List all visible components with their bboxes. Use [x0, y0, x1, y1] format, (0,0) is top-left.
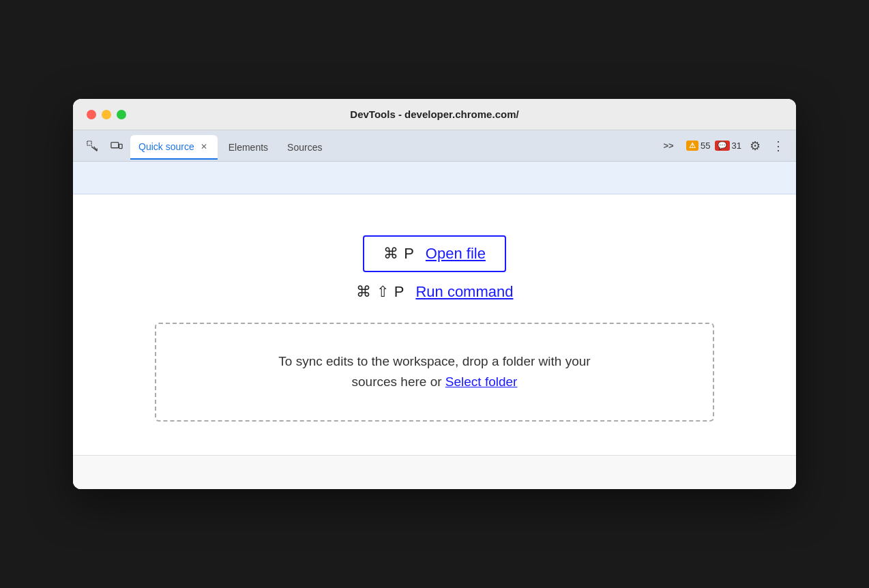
main-content: ⌘ P Open file ⌘ ⇧ P Run command To sync …: [73, 162, 796, 489]
tab-sources[interactable]: Sources: [279, 135, 330, 160]
device-toolbar-icon[interactable]: [106, 135, 128, 157]
more-options-button[interactable]: ⋮: [769, 136, 788, 156]
maximize-button[interactable]: [117, 110, 126, 119]
open-file-box[interactable]: ⌘ P Open file: [363, 235, 506, 272]
tab-bar: Quick source ✕ Elements Sources >> ⚠ 55 …: [73, 130, 796, 162]
toolbar-right: ⚠ 55 💬 31 ⚙ ⋮: [686, 136, 788, 156]
error-count: 31: [732, 141, 741, 151]
error-icon: 💬: [715, 141, 730, 151]
run-command-shortcut: ⌘ ⇧ P: [356, 283, 405, 301]
warning-icon: ⚠: [686, 141, 698, 151]
drop-zone[interactable]: To sync edits to the workspace, drop a f…: [155, 323, 714, 422]
svg-rect-0: [87, 141, 91, 145]
content-area: ⌘ P Open file ⌘ ⇧ P Run command To sync …: [73, 194, 796, 455]
tab-elements-label: Elements: [229, 142, 268, 153]
run-command-row: ⌘ ⇧ P Run command: [356, 283, 514, 301]
warning-badge[interactable]: ⚠ 55: [686, 141, 710, 151]
tab-quick-source-close[interactable]: ✕: [198, 141, 209, 152]
tab-sources-label: Sources: [287, 142, 322, 153]
tab-elements[interactable]: Elements: [220, 135, 276, 160]
window-title: DevTools - developer.chrome.com/: [350, 108, 518, 120]
devtools-window: DevTools - developer.chrome.com/ Quick s…: [73, 99, 796, 489]
close-button[interactable]: [87, 110, 96, 119]
drop-zone-text-2: sources here or: [352, 374, 442, 389]
bottom-bar: [73, 455, 796, 489]
error-badge[interactable]: 💬 31: [715, 141, 741, 151]
svg-rect-4: [111, 142, 119, 147]
more-tabs-button[interactable]: >>: [659, 136, 678, 156]
tab-quick-source-label: Quick source: [138, 141, 194, 152]
settings-button[interactable]: ⚙: [746, 136, 765, 156]
drop-zone-text-1: To sync edits to the workspace, drop a f…: [278, 354, 590, 368]
accent-bar: [73, 162, 796, 194]
open-file-link[interactable]: Open file: [426, 245, 486, 263]
tab-quick-source[interactable]: Quick source ✕: [130, 135, 218, 160]
window-controls: [87, 110, 126, 119]
svg-rect-5: [119, 144, 123, 148]
open-file-shortcut: ⌘ P: [383, 245, 415, 263]
inspect-element-icon[interactable]: [81, 135, 103, 157]
title-bar: DevTools - developer.chrome.com/: [73, 99, 796, 130]
select-folder-link[interactable]: Select folder: [445, 374, 518, 389]
run-command-link[interactable]: Run command: [415, 283, 513, 301]
warning-count: 55: [701, 141, 710, 151]
minimize-button[interactable]: [102, 110, 111, 119]
